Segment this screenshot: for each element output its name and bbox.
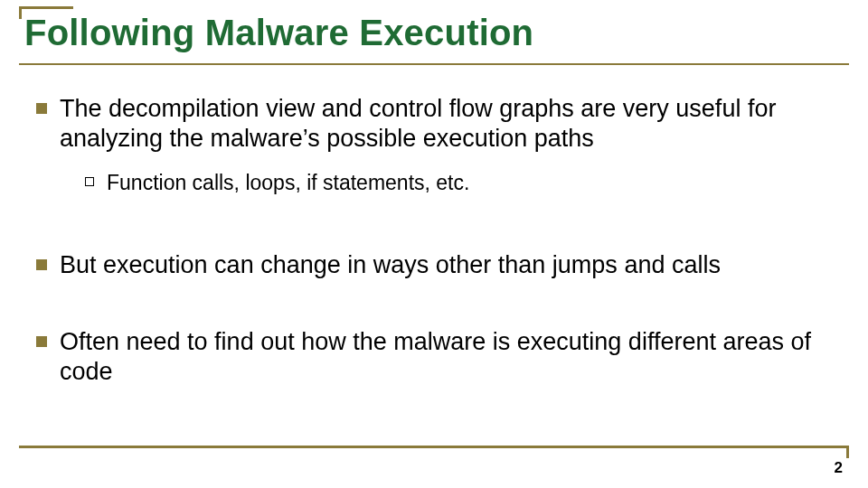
open-square-bullet-icon — [85, 177, 94, 186]
slide-content: The decompilation view and control flow … — [36, 94, 841, 402]
footer-rule — [19, 446, 849, 448]
slide: Following Malware Execution The decompil… — [0, 0, 868, 488]
square-bullet-icon — [36, 259, 47, 270]
sub-bullet-item: Function calls, loops, if statements, et… — [85, 170, 841, 196]
sub-bullet-text: Function calls, loops, if statements, et… — [107, 170, 841, 196]
spacer — [36, 296, 841, 327]
title-underline — [19, 63, 849, 65]
bullet-text: Often need to find out how the malware i… — [60, 327, 841, 387]
page-number: 2 — [835, 459, 843, 477]
square-bullet-icon — [36, 336, 47, 347]
bullet-text: The decompilation view and control flow … — [60, 94, 841, 154]
bullet-text: But execution can change in ways other t… — [60, 250, 841, 280]
footer-rule-tail — [846, 446, 849, 458]
slide-title: Following Malware Execution — [24, 13, 533, 53]
bullet-item: Often need to find out how the malware i… — [36, 327, 841, 387]
bullet-item: But execution can change in ways other t… — [36, 250, 841, 280]
spacer — [36, 220, 841, 250]
bullet-item: The decompilation view and control flow … — [36, 94, 841, 154]
square-bullet-icon — [36, 103, 47, 114]
